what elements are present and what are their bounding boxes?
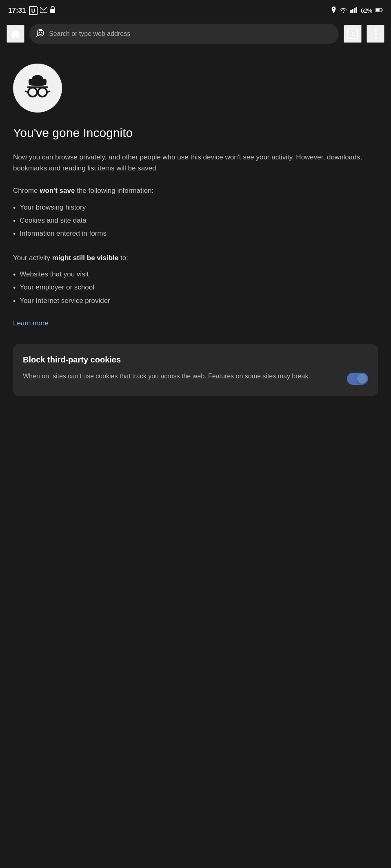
cookie-card-content: When on, sites can't use cookies that tr… — [23, 371, 368, 385]
status-right: 62% — [331, 7, 383, 15]
tab-count-box: 1 — [347, 29, 358, 39]
incognito-icon-container — [13, 64, 62, 113]
incognito-icon — [21, 72, 54, 104]
status-left: 17:31 U — [8, 6, 56, 15]
cookie-toggle[interactable] — [347, 373, 368, 385]
lock-icon — [50, 6, 56, 15]
tab-count-button[interactable]: 1 — [344, 25, 362, 43]
wont-save-list: Your browsing history Cookies and site d… — [13, 201, 378, 241]
svg-rect-6 — [355, 7, 357, 13]
cookie-card-title: Block third-party cookies — [23, 355, 368, 364]
list-item: Your browsing history — [13, 201, 378, 214]
svg-point-2 — [333, 8, 335, 9]
status-bar: 17:31 U — [0, 0, 391, 20]
signal-icon — [350, 7, 358, 14]
incognito-small-icon — [36, 29, 45, 39]
cookie-card: Block third-party cookies When on, sites… — [13, 344, 378, 396]
wont-save-bold: won't save — [40, 187, 75, 194]
svg-point-19 — [38, 88, 47, 97]
status-icons-left: U — [29, 6, 55, 15]
visible-list: Websites that you visit Your employer or… — [13, 268, 378, 308]
list-item: Cookies and site data — [13, 214, 378, 227]
cookie-card-description: When on, sites can't use cookies that tr… — [23, 371, 340, 382]
address-bar-text: Search or type web address — [49, 30, 332, 38]
browser-bar: Search or type web address 1 — [0, 20, 391, 47]
toggle-track — [347, 373, 368, 385]
svg-rect-17 — [27, 86, 48, 88]
mail-icon — [40, 7, 47, 15]
location-icon — [331, 7, 336, 15]
address-bar[interactable]: Search or type web address — [29, 24, 339, 44]
visible-bold: might still be visible — [52, 254, 118, 262]
list-item: Information entered in forms — [13, 227, 378, 241]
svg-point-18 — [28, 88, 37, 97]
toggle-thumb — [357, 374, 367, 384]
u-icon: U — [29, 6, 37, 15]
wifi-icon — [340, 7, 347, 14]
visible-text: Your activity might still be visible to: — [13, 252, 378, 263]
svg-point-9 — [39, 32, 40, 33]
vertical-dots-icon — [375, 29, 377, 39]
battery-percent: 62% — [361, 7, 372, 14]
list-item: Your Internet service provider — [13, 295, 378, 308]
list-item: Websites that you visit — [13, 268, 378, 281]
incognito-title: You've gone Incognito — [13, 126, 378, 140]
svg-rect-8 — [376, 9, 380, 12]
more-menu-button[interactable] — [367, 25, 384, 43]
learn-more-link[interactable]: Learn more — [13, 319, 49, 327]
svg-rect-3 — [350, 10, 352, 13]
svg-rect-4 — [352, 9, 354, 13]
cookie-toggle-container — [347, 371, 368, 385]
list-item: Your employer or school — [13, 281, 378, 294]
battery-icon — [375, 7, 383, 14]
status-time: 17:31 — [8, 7, 26, 15]
svg-rect-5 — [354, 8, 355, 13]
wont-save-text: Chrome won't save the following informat… — [13, 185, 378, 196]
svg-point-16 — [32, 75, 43, 83]
incognito-description: Now you can browse privately, and other … — [13, 152, 378, 174]
main-content: You've gone Incognito Now you can browse… — [0, 47, 391, 429]
svg-rect-1 — [50, 9, 55, 13]
home-button[interactable] — [7, 25, 24, 43]
svg-point-13 — [39, 29, 42, 31]
svg-point-10 — [41, 32, 42, 33]
